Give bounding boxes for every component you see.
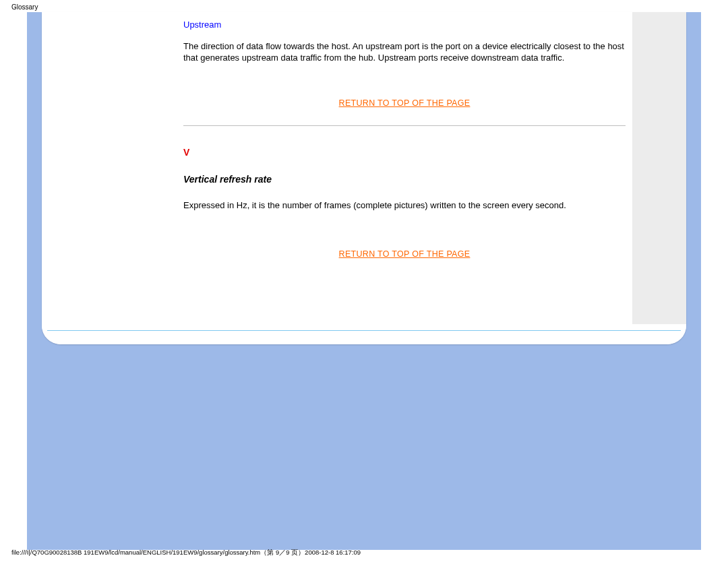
card-bottom-divider [47,330,681,331]
right-shade [632,12,686,324]
def-vertical-refresh-rate: Expressed in Hz, it is the number of fra… [183,199,626,212]
card-inner: Upstream The direction of data flow towa… [42,12,686,344]
return-top-link[interactable]: RETURN TO TOP OF THE PAGE [183,98,626,109]
term-vertical-refresh-rate: Vertical refresh rate [183,173,626,186]
sidebar [42,12,177,324]
page: Glossary Upstream The direction of data … [0,0,728,562]
return-top-link-2[interactable]: RETURN TO TOP OF THE PAGE [183,249,626,260]
content: Upstream The direction of data flow towa… [177,12,632,324]
footer-path: file:///I|/Q70G90028138B 191EW9/lcd/manu… [11,549,361,557]
page-title: Glossary [11,3,38,11]
term-upstream: Upstream [183,19,626,31]
divider [183,125,626,126]
background-panel: Upstream The direction of data flow towa… [27,12,701,550]
section-letter-v: V [183,146,626,159]
card: Upstream The direction of data flow towa… [42,12,686,344]
def-upstream: The direction of data flow towards the h… [183,40,626,64]
